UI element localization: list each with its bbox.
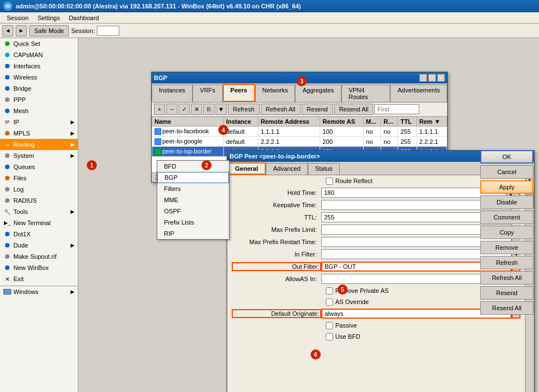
tab-advertisements[interactable]: Advertisements [390,85,447,102]
remove-private-as-checkbox[interactable] [326,287,333,295]
bgp-maximize-button[interactable]: □ [428,74,436,82]
sidebar-item-capsman[interactable]: CAPsMAN [0,49,78,60]
table-row[interactable]: peer-to-facebook default 1.1.1.1 100 no … [152,127,447,137]
refresh-button-right[interactable]: Refresh [480,256,533,269]
sidebar-item-dude[interactable]: Dude ▶ [0,240,78,251]
badge-5: 5 [338,284,348,295]
hold-time-input[interactable] [321,188,507,198]
peer-tab-general[interactable]: General [227,162,266,175]
filter-button[interactable]: ▼ [215,104,227,115]
sidebar-item-ip[interactable]: IP IP ▶ [0,116,78,128]
copy-button-right[interactable]: Copy [480,226,533,239]
use-bfd-row: Use BFD [227,331,525,342]
route-reflect-checkbox[interactable] [326,178,333,185]
sidebar-item-tools[interactable]: 🔧 Tools ▶ [0,206,78,217]
submenu-bgp[interactable]: BGP [157,172,229,183]
session-label: Session: [71,27,95,34]
remove-button-right[interactable]: Remove [480,241,533,254]
col-remote-as[interactable]: Remote AS [320,117,364,127]
bgp-toolbar: + − ✓ ✕ ⎘ ▼ Refresh Refresh All Resend R… [152,102,447,116]
tab-vrfs[interactable]: VRFs [193,85,223,102]
menu-dashboard[interactable]: Dashboard [64,13,104,22]
bgp-minimize-button[interactable]: _ [419,74,427,82]
menu-session[interactable]: Session [2,13,33,22]
col-instance[interactable]: Instance [223,117,258,127]
bgp-refresh-button[interactable]: Refresh [228,104,260,115]
col-name[interactable]: Name [152,117,224,127]
session-input[interactable] [97,26,119,36]
submenu-mme[interactable]: MME [157,194,229,206]
sidebar-item-windows[interactable]: Windows ▶ [0,286,78,297]
sidebar-item-new-terminal[interactable]: ▶_ New Terminal [0,217,78,228]
sidebar-item-interfaces[interactable]: Interfaces [0,60,78,72]
submenu-rip[interactable]: RIP [157,228,229,239]
sidebar-item-routing[interactable]: ↔ Routing ▶ [0,139,78,150]
sidebar-item-new-winbox[interactable]: New WinBox [0,262,78,273]
peer-tab-advanced[interactable]: Advanced [266,163,308,175]
menu-settings[interactable]: Settings [33,13,64,22]
bgp-close-button[interactable]: ✕ [437,74,445,82]
table-row[interactable]: peer-to-google default 2.2.2.1 200 no no… [152,137,447,147]
col-m[interactable]: M... [363,117,381,127]
back-button[interactable]: ◄ [2,25,13,36]
sidebar-item-bridge[interactable]: Bridge [0,83,78,94]
use-bfd-checkbox[interactable] [326,333,333,340]
submenu-filters[interactable]: Filters [157,183,229,194]
resend-all-button-right[interactable]: Resend All [480,301,533,315]
ok-button[interactable]: OK [480,150,533,164]
disable-button[interactable]: Disable [480,195,533,209]
cancel-button[interactable]: Cancel [480,165,533,179]
windows-icon [3,289,11,295]
sidebar-item-exit[interactable]: ✕ Exit [0,273,78,284]
submenu-prefix-lists[interactable]: Prefix Lists [157,217,229,228]
col-ttl[interactable]: TTL [398,117,417,127]
bgp-resend-all-button[interactable]: Resend All [334,104,374,115]
passive-checkbox[interactable] [326,322,333,329]
dude-icon [3,241,11,249]
peer-tab-status[interactable]: Status [308,163,340,175]
refresh-all-button-right[interactable]: Refresh All [480,271,533,284]
copy-button[interactable]: ⎘ [203,104,214,115]
radius-icon [3,197,11,204]
tab-networks[interactable]: Networks [255,85,296,102]
terminal-icon: ▶_ [3,219,11,227]
dot1x-icon [3,230,11,238]
remove-button[interactable]: − [166,104,177,115]
col-remote-addr[interactable]: Remote Address [258,117,320,127]
cancel-edit-button[interactable]: ✕ [191,104,202,115]
submenu-bfd[interactable]: BFD [157,161,229,172]
sidebar-item-radius[interactable]: RADIUS [0,195,78,206]
apply-button[interactable]: Apply [480,180,533,194]
find-input[interactable] [374,104,419,114]
bridge-icon [3,85,11,92]
col-r[interactable]: R... [381,117,398,127]
tab-vpn4-routes[interactable]: VPN4 Routes [341,85,391,102]
comment-button[interactable]: Comment [480,211,533,224]
submenu-ospf[interactable]: OSPF [157,206,229,217]
edit-button[interactable]: ✓ [179,104,190,115]
sidebar-item-system[interactable]: System ▶ [0,150,78,161]
sidebar-item-quick-set[interactable]: Quick Set [0,38,78,49]
add-button[interactable]: + [154,104,165,115]
sidebar-item-make-supout[interactable]: Make Supout.rif [0,251,78,262]
sidebar-item-mpls[interactable]: MPLS ▶ [0,128,78,139]
sidebar-item-files[interactable]: Files [0,172,78,184]
title-bar: W admin@50:00:00:02:00:00 (Alestra) via … [0,0,539,12]
bgp-resend-button[interactable]: Resend [302,104,333,115]
tab-instances[interactable]: Instances [152,85,193,102]
sidebar-item-ppp[interactable]: PPP [0,94,78,105]
out-filter-label: Out Filter: [232,262,321,271]
sidebar-item-wireless[interactable]: Wireless [0,72,78,83]
sidebar-item-queues[interactable]: Queues [0,161,78,172]
sidebar-item-log[interactable]: Log [0,184,78,195]
sidebar-item-mesh[interactable]: Mesh [0,105,78,116]
bgp-refresh-all-button[interactable]: Refresh All [261,104,301,115]
resend-button-right[interactable]: Resend [480,286,533,300]
sidebar-item-dot1x[interactable]: Dot1X [0,228,78,240]
tab-aggregates[interactable]: Aggregates [295,85,341,102]
tab-peers[interactable]: Peers [223,84,255,102]
col-rem[interactable]: Rem ▼ [417,117,447,127]
as-override-checkbox[interactable] [326,298,333,306]
forward-button[interactable]: ► [16,25,27,36]
safe-mode-button[interactable]: Safe Mode [29,25,69,36]
